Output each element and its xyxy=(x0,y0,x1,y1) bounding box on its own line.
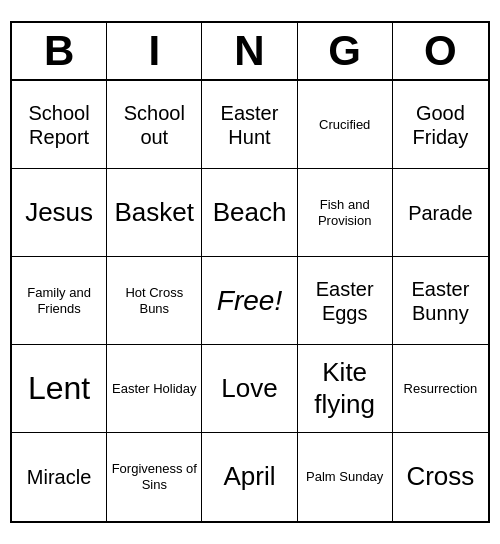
cell-text: Easter Holiday xyxy=(112,381,197,397)
bingo-header: BINGO xyxy=(12,23,488,81)
cell-text: April xyxy=(223,461,275,492)
bingo-cell: Fish and Provision xyxy=(298,169,393,257)
cell-text: Good Friday xyxy=(397,101,484,149)
cell-text: School out xyxy=(111,101,197,149)
cell-text: School Report xyxy=(16,101,102,149)
cell-text: Love xyxy=(221,373,277,404)
bingo-cell: School Report xyxy=(12,81,107,169)
cell-text: Beach xyxy=(213,197,287,228)
cell-text: Basket xyxy=(115,197,195,228)
bingo-cell: Jesus xyxy=(12,169,107,257)
bingo-cell: Free! xyxy=(202,257,297,345)
bingo-cell: Cross xyxy=(393,433,488,521)
cell-text: Forgiveness of Sins xyxy=(111,461,197,492)
cell-text: Lent xyxy=(28,369,90,407)
header-letter: B xyxy=(12,23,107,79)
bingo-cell: Forgiveness of Sins xyxy=(107,433,202,521)
cell-text: Jesus xyxy=(25,197,93,228)
cell-text: Fish and Provision xyxy=(302,197,388,228)
cell-text: Easter Bunny xyxy=(397,277,484,325)
bingo-cell: Good Friday xyxy=(393,81,488,169)
header-letter: N xyxy=(202,23,297,79)
bingo-cell: Basket xyxy=(107,169,202,257)
header-letter: I xyxy=(107,23,202,79)
cell-text: Free! xyxy=(217,284,282,318)
bingo-cell: Palm Sunday xyxy=(298,433,393,521)
bingo-cell: Family and Friends xyxy=(12,257,107,345)
bingo-cell: Miracle xyxy=(12,433,107,521)
bingo-cell: Easter Holiday xyxy=(107,345,202,433)
bingo-cell: Easter Eggs xyxy=(298,257,393,345)
cell-text: Parade xyxy=(408,201,473,225)
header-letter: O xyxy=(393,23,488,79)
cell-text: Miracle xyxy=(27,465,91,489)
bingo-cell: Kite flying xyxy=(298,345,393,433)
bingo-cell: Beach xyxy=(202,169,297,257)
cell-text: Easter Eggs xyxy=(302,277,388,325)
header-letter: G xyxy=(298,23,393,79)
bingo-card: BINGO School ReportSchool outEaster Hunt… xyxy=(10,21,490,523)
bingo-cell: Parade xyxy=(393,169,488,257)
cell-text: Hot Cross Buns xyxy=(111,285,197,316)
cell-text: Cross xyxy=(406,461,474,492)
bingo-cell: Crucified xyxy=(298,81,393,169)
cell-text: Palm Sunday xyxy=(306,469,383,485)
bingo-cell: Easter Hunt xyxy=(202,81,297,169)
cell-text: Crucified xyxy=(319,117,370,133)
bingo-cell: April xyxy=(202,433,297,521)
cell-text: Family and Friends xyxy=(16,285,102,316)
cell-text: Kite flying xyxy=(302,357,388,419)
cell-text: Easter Hunt xyxy=(206,101,292,149)
bingo-cell: School out xyxy=(107,81,202,169)
bingo-grid: School ReportSchool outEaster HuntCrucif… xyxy=(12,81,488,521)
bingo-cell: Resurrection xyxy=(393,345,488,433)
cell-text: Resurrection xyxy=(404,381,478,397)
bingo-cell: Lent xyxy=(12,345,107,433)
bingo-cell: Hot Cross Buns xyxy=(107,257,202,345)
bingo-cell: Love xyxy=(202,345,297,433)
bingo-cell: Easter Bunny xyxy=(393,257,488,345)
